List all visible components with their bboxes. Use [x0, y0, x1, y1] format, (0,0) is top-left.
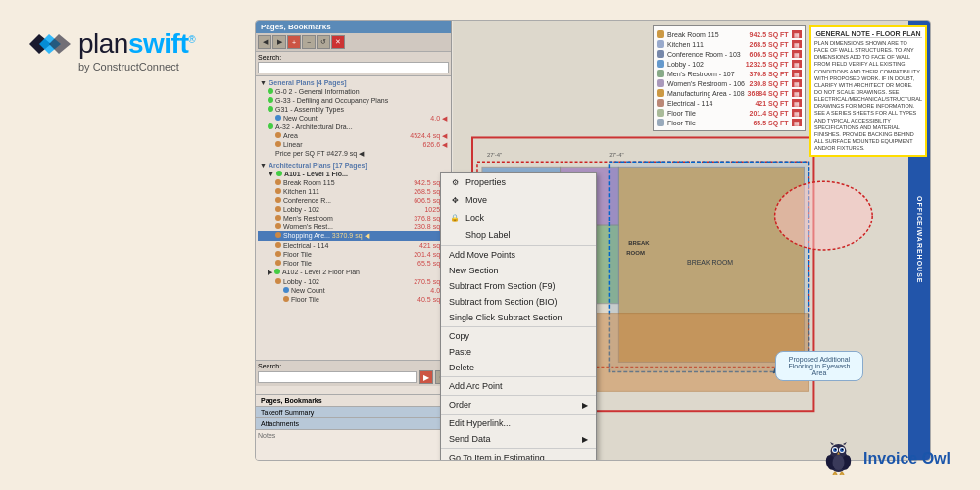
room-value-mens: 376.8 SQ FT [750, 71, 789, 77]
room-row-floortile2: Floor Tile 65.5 SQ FT ▦ [657, 118, 802, 127]
search-input[interactable] [258, 62, 449, 74]
menu-subtract-f9[interactable]: Subtract From Section (F9) [441, 278, 596, 294]
svg-point-32 [842, 449, 844, 451]
room-row-electrical: Electrical - 114 421 SQ FT ▦ [657, 98, 802, 108]
menu-move[interactable]: ✥ Move [441, 191, 596, 209]
svg-text:BREAK: BREAK [628, 240, 650, 246]
menu-paste[interactable]: Paste [441, 344, 596, 360]
menu-single-click-subtract[interactable]: Single Click Subtract Section [441, 310, 596, 325]
room-dot-womens [657, 79, 664, 87]
tree-general-plans[interactable]: ▼ General Plans [4 Pages] [258, 78, 449, 87]
tree-conference[interactable]: Conference R... 606.5 sq ◀ [258, 196, 449, 205]
tree-g31[interactable]: G31 - Assembly Types [258, 105, 449, 114]
tab-pages-bookmarks[interactable]: Pages, Bookmarks [256, 395, 452, 407]
menu-delete[interactable]: Delete [441, 360, 596, 375]
tree-womens[interactable]: Women's Rest... 230.8 sq ◀ [258, 222, 449, 231]
menu-go-estimating[interactable]: Go To Item in Estimating [441, 450, 596, 461]
room-icon-lobby: ▦ [792, 60, 802, 68]
menu-properties[interactable]: ⚙ Properties [441, 173, 596, 191]
tree-electrical[interactable]: Electrical - 114 421 sq ◀ [258, 241, 449, 250]
tb-refresh[interactable]: ↺ [317, 35, 330, 49]
tab-attachments[interactable]: Attachments [256, 418, 452, 430]
menu-order[interactable]: Order ▶ [441, 397, 596, 413]
room-icon-kitchen: ▦ [792, 40, 802, 48]
tree-price[interactable]: Price per SQ FT #427.9 sq ◀ [258, 149, 449, 159]
tree-lobby[interactable]: Lobby - 102 1025 ◀ [258, 205, 449, 214]
room-value-breakroom: 942.5 SQ FT [750, 31, 789, 38]
room-icon-manufacturing: ▦ [792, 89, 802, 97]
tree-a102[interactable]: ▶ A102 - Level 2 Floor Plan [258, 268, 449, 277]
room-value-womens: 230.8 SQ FT [750, 80, 789, 87]
menu-add-arc-point[interactable]: Add Arc Point [441, 378, 596, 394]
tree-breakroom[interactable]: Break Room 115 942.5 sq ◀ [258, 178, 449, 187]
menu-lock[interactable]: 🔒 Lock [441, 209, 596, 226]
tb-forward[interactable]: ▶ [272, 35, 286, 49]
tree-mens[interactable]: Men's Restroom 376.8 sq ◀ [258, 214, 449, 222]
room-name-breakroom: Break Room 115 [667, 31, 747, 38]
menu-sep-4 [441, 395, 596, 396]
tb-remove[interactable]: − [302, 35, 316, 49]
menu-shop-label[interactable]: Shop Label [441, 226, 596, 244]
properties-icon: ⚙ [449, 176, 461, 188]
tab-takeoff-summary[interactable]: Takeoff Summary [256, 407, 452, 418]
room-row-mens: Men's Restroom - 107 376.8 SQ FT ▦ [657, 69, 802, 78]
tree-a101[interactable]: ▼ A101 - Level 1 Flo... [258, 170, 449, 178]
bottom-search-input[interactable] [258, 371, 417, 383]
invoice-text: Invoice [863, 450, 917, 466]
tree-area[interactable]: Area 4524.4 sq ◀ [258, 131, 449, 140]
menu-sep-5 [441, 414, 596, 415]
general-note-box: GENERAL NOTE - FLOOR PLAN PLAN DIMENSION… [809, 25, 927, 157]
tree-floortile3[interactable]: Floor Tile 40.5 sq ◀ [258, 295, 449, 304]
svg-marker-35 [843, 442, 847, 445]
menu-new-section[interactable]: New Section [441, 263, 596, 278]
menu-add-move-points[interactable]: Add Move Points [441, 247, 596, 263]
tb-back[interactable]: ◀ [258, 35, 271, 49]
tree-a32[interactable]: A-32 - Architectural Dra... [258, 122, 449, 131]
tree-lobby2[interactable]: Lobby - 102 270.5 sq ◀ [258, 277, 449, 286]
tb-add[interactable]: + [287, 35, 301, 49]
logo-plan: plan [78, 28, 128, 59]
tree-floortile1[interactable]: Floor Tile 201.4 sq ◀ [258, 250, 449, 259]
tree-kitchen[interactable]: Kitchen 111 268.5 sq ◀ [258, 187, 449, 196]
room-value-conference: 606.5 SQ FT [750, 51, 789, 58]
svg-text:ROOM: ROOM [626, 250, 645, 256]
menu-subtract-bio[interactable]: Subtract from Section (BIO) [441, 294, 596, 310]
menu-send-data[interactable]: Send Data ▶ [441, 431, 596, 447]
menu-sep-3 [441, 376, 596, 377]
room-dot-kitchen [657, 40, 664, 48]
logo-swift: swift [128, 28, 188, 59]
tree-linear[interactable]: Linear 626.6 ◀ [258, 140, 449, 149]
tree-arch-plans[interactable]: ▼ Architectural Plans [17 Pages] [258, 161, 449, 170]
search-go-btn[interactable]: ▶ [419, 370, 433, 384]
tb-close[interactable]: ✕ [331, 35, 345, 49]
tree-content: ▼ General Plans [4 Pages] G-0 2 - Genera… [256, 76, 451, 306]
tree-g002[interactable]: G-0 2 - General Information [258, 87, 449, 96]
tree-newcount2[interactable]: New Count 4.0 ◀ [258, 286, 449, 295]
room-row-breakroom: Break Room 115 942.5 SQ FT ▦ [657, 29, 802, 39]
owl-text: Owl [922, 450, 951, 466]
room-value-electrical: 421 SQ FT [755, 100, 788, 107]
panel-header-pages: Pages, Bookmarks [256, 21, 451, 33]
tree-floortile2[interactable]: Floor Tile 65.5 sq ◀ [258, 259, 449, 268]
room-name-lobby: Lobby - 102 [667, 61, 743, 68]
owl-icon [821, 441, 856, 475]
screenshot-container: Pages, Bookmarks ◀ ▶ + − ↺ ✕ Search: ▼ G… [255, 20, 931, 461]
room-row-lobby: Lobby - 102 1232.5 SQ FT ▦ [657, 59, 802, 69]
room-value-floortile2: 65.5 SQ FT [753, 120, 788, 126]
menu-sep-2 [441, 326, 596, 327]
room-row-conference: Conference Room - 103 606.5 SQ FT ▦ [657, 49, 802, 59]
tree-new-count-1[interactable]: New Count 4.0 ◀ [258, 114, 449, 122]
room-name-manufacturing: Manufacturing Area - 108 [667, 90, 745, 97]
tree-shopping[interactable]: Shopping Are... 3370.9 sq ◀ [258, 231, 449, 241]
menu-edit-hyperlink[interactable]: Edit Hyperlink... [441, 416, 596, 431]
logo-main: planswift® [29, 29, 195, 59]
tree-g033[interactable]: G-33 - Defiling and Occupancy Plans [258, 96, 449, 105]
room-row-kitchen: Kitchen 111 268.5 SQ FT ▦ [657, 39, 802, 49]
room-icon-floortile1: ▦ [792, 109, 802, 117]
menu-copy[interactable]: Copy [441, 328, 596, 344]
general-note-content: PLAN DIMENSIONS SHOWN ARE TO FACE OF WAL… [814, 40, 922, 152]
room-icon-womens: ▦ [792, 79, 802, 87]
room-row-manufacturing: Manufacturing Area - 108 36884 SQ FT ▦ [657, 88, 802, 98]
room-icon-floortile2: ▦ [792, 119, 802, 126]
room-name-floortile2: Floor Tile [667, 120, 750, 126]
